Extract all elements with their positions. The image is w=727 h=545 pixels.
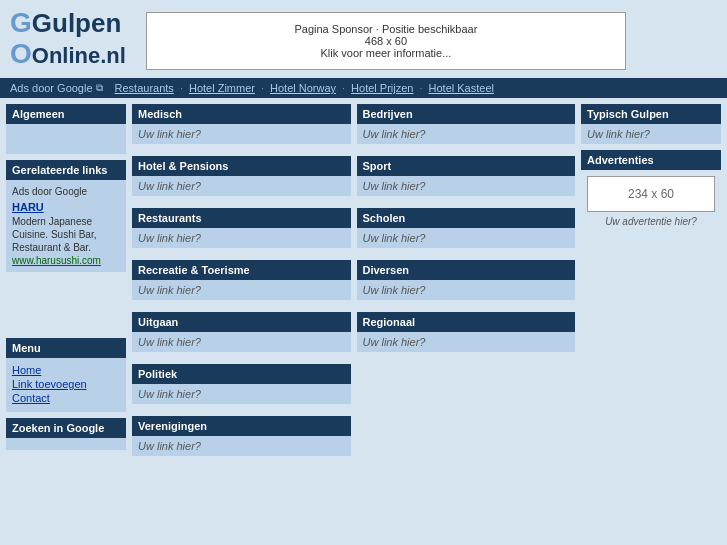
cat-recreatie-title: Recreatie & Toerisme [132,260,351,280]
ad-size-label: 234 x 60 [628,187,674,201]
cat-diversen-title: Diversen [357,260,576,280]
sidebar-ads-text: Ads door Google [12,186,87,197]
gerelateerde-body: Ads door Google HARU Modern Japanese Cui… [6,180,126,272]
cat-bedrijven-link[interactable]: Uw link hier? [363,128,426,140]
cat-politiek-title: Politiek [132,364,351,384]
nav-link-hotel-norway[interactable]: Hotel Norway [270,82,336,94]
menu-body: Home Link toevoegen Contact [6,358,126,412]
typisch-title: Typisch Gulpen [581,104,721,124]
menu-link-toevoegen[interactable]: Link toevoegen [12,378,120,390]
cat-uitgaan: Uitgaan Uw link hier? [132,312,351,352]
advertenties-title: Advertenties [581,150,721,170]
cat-politiek: Politiek Uw link hier? [132,364,351,404]
cat-recreatie: Recreatie & Toerisme Uw link hier? [132,260,351,300]
external-icon: ⧉ [96,82,103,94]
cat-uitgaan-link[interactable]: Uw link hier? [138,336,201,348]
cat-scholen: Scholen Uw link hier? [357,208,576,248]
menu-link-home[interactable]: Home [12,364,120,376]
cat-scholen-body: Uw link hier? [357,228,576,248]
menu-link-contact[interactable]: Contact [12,392,120,404]
sidebar-ads-google: Ads door Google [12,186,120,197]
cat-scholen-title: Scholen [357,208,576,228]
cat-medisch-body: Uw link hier? [132,124,351,144]
haru-link[interactable]: HARU [12,201,120,213]
cat-verenigingen-link[interactable]: Uw link hier? [138,440,201,452]
cat-politiek-link[interactable]: Uw link hier? [138,388,201,400]
right-sidebar: Typisch Gulpen Uw link hier? Advertentie… [581,104,721,229]
cat-medisch: Medisch Uw link hier? [132,104,351,144]
cat-sport-link[interactable]: Uw link hier? [363,180,426,192]
row-recreatie-diversen: Recreatie & Toerisme Uw link hier? Diver… [132,260,575,306]
cat-bedrijven-title: Bedrijven [357,104,576,124]
nav-link-hotel-kasteel[interactable]: Hotel Kasteel [429,82,494,94]
cat-politiek-body: Uw link hier? [132,384,351,404]
typisch-section: Typisch Gulpen Uw link hier? [581,104,721,144]
cat-restaurants-link[interactable]: Uw link hier? [138,232,201,244]
cat-bedrijven-body: Uw link hier? [357,124,576,144]
menu-title: Menu [6,338,126,358]
logo-line2: OOnline.nl [10,38,126,69]
cat-verenigingen-title: Verenigingen [132,416,351,436]
menu-section: Menu Home Link toevoegen Contact [6,338,126,412]
cat-restaurants: Restaurants Uw link hier? [132,208,351,248]
cat-hotel-pensions: Hotel & Pensions Uw link hier? [132,156,351,196]
ads-google-text: Ads door Google [10,82,93,94]
row-uitgaan-regionaal: Uitgaan Uw link hier? Regionaal Uw link … [132,312,575,358]
cat-uitgaan-title: Uitgaan [132,312,351,332]
row-verenigingen: Verenigingen Uw link hier? [132,416,575,462]
nav-link-restaurants[interactable]: Restaurants [115,82,174,94]
advertenties-section: Advertenties 234 x 60 Uw advertentie hie… [581,150,721,229]
cat-scholen-link[interactable]: Uw link hier? [363,232,426,244]
sponsor-line1: Pagina Sponsor · Positie beschikbaar [167,23,605,35]
cat-sport-body: Uw link hier? [357,176,576,196]
cat-hotel-pensions-body: Uw link hier? [132,176,351,196]
cat-regionaal: Regionaal Uw link hier? [357,312,576,352]
cat-recreatie-body: Uw link hier? [132,280,351,300]
nav-link-hotel-zimmer[interactable]: Hotel Zimmer [189,82,255,94]
cat-regionaal-link[interactable]: Uw link hier? [363,336,426,348]
nav-bar: Ads door Google ⧉ Restaurants · Hotel Zi… [0,78,727,98]
zoeken-title: Zoeken in Google [6,418,126,438]
algemeen-section: Algemeen [6,104,126,154]
ad-box[interactable]: 234 x 60 [587,176,715,212]
main-layout: Algemeen Gerelateerde links Ads door Goo… [0,98,727,474]
haru-url[interactable]: www.harusushi.com [12,255,101,266]
sponsor-line2: 468 x 60 [167,35,605,47]
cat-uitgaan-body: Uw link hier? [132,332,351,352]
cat-hotel-pensions-title: Hotel & Pensions [132,156,351,176]
logo-line1: GGulpen [10,7,121,38]
cat-medisch-link[interactable]: Uw link hier? [138,128,201,140]
ad-link[interactable]: Uw advertentie hier? [581,214,721,229]
row-politiek: Politiek Uw link hier? [132,364,575,410]
center-content: Medisch Uw link hier? Bedrijven Uw link … [132,104,575,468]
algemeen-title: Algemeen [6,104,126,124]
cat-sport: Sport Uw link hier? [357,156,576,196]
algemeen-body [6,124,126,154]
cat-restaurants-body: Uw link hier? [132,228,351,248]
sponsor-line3: Klik voor meer informatie... [167,47,605,59]
nav-link-hotel-prijzen[interactable]: Hotel Prijzen [351,82,413,94]
ads-google-nav: Ads door Google ⧉ [10,82,103,94]
gerelateerde-section: Gerelateerde links Ads door Google HARU … [6,160,126,272]
cat-bedrijven: Bedrijven Uw link hier? [357,104,576,144]
logo-area: GGulpen OOnline.nl [10,8,126,70]
cat-recreatie-link[interactable]: Uw link hier? [138,284,201,296]
cat-verenigingen-body: Uw link hier? [132,436,351,456]
cat-regionaal-title: Regionaal [357,312,576,332]
cat-hotel-pensions-link[interactable]: Uw link hier? [138,180,201,192]
zoeken-section: Zoeken in Google [6,418,126,450]
logo: GGulpen OOnline.nl [10,8,126,70]
row-hotel-sport: Hotel & Pensions Uw link hier? Sport Uw … [132,156,575,202]
cat-diversen-link[interactable]: Uw link hier? [363,284,426,296]
cat-verenigingen: Verenigingen Uw link hier? [132,416,351,456]
zoeken-body [6,438,126,450]
row-restaurants-scholen: Restaurants Uw link hier? Scholen Uw lin… [132,208,575,254]
cat-diversen: Diversen Uw link hier? [357,260,576,300]
row-medisch-bedrijven: Medisch Uw link hier? Bedrijven Uw link … [132,104,575,150]
typisch-link[interactable]: Uw link hier? [587,128,650,140]
cat-regionaal-body: Uw link hier? [357,332,576,352]
cat-restaurants-title: Restaurants [132,208,351,228]
left-sidebar: Algemeen Gerelateerde links Ads door Goo… [6,104,126,450]
cat-medisch-title: Medisch [132,104,351,124]
sponsor-box[interactable]: Pagina Sponsor · Positie beschikbaar 468… [146,12,626,70]
